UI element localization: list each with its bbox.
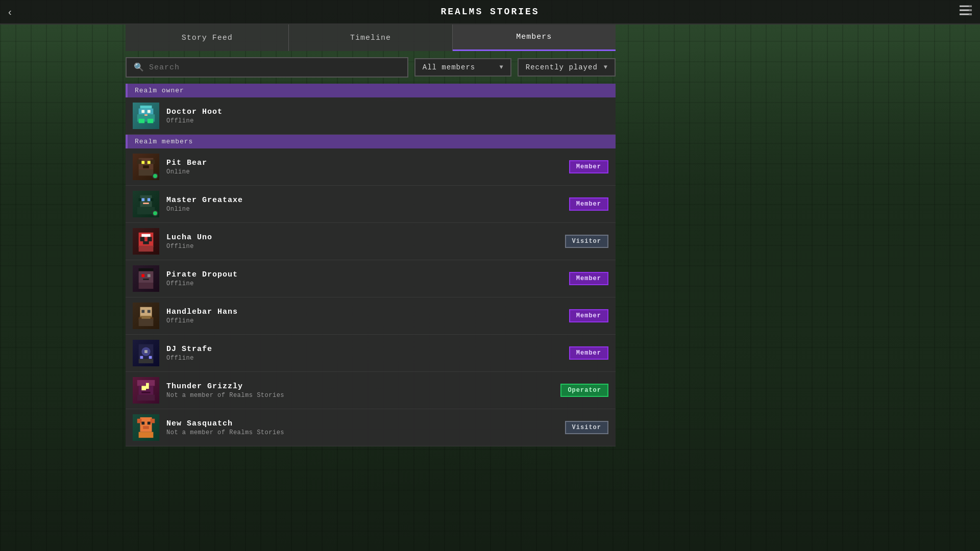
recently-played-dropdown[interactable]: Recently played ▼ [518,58,616,77]
member-row[interactable]: Pirate Dropout Offline Member [126,260,616,297]
svg-rect-61 [151,419,155,423]
svg-rect-42 [148,310,151,313]
search-input[interactable] [149,63,400,72]
svg-rect-62 [141,422,144,425]
svg-rect-63 [148,422,151,425]
member-badge: Member [569,272,608,285]
svg-rect-32 [143,241,149,244]
svg-rect-64 [143,426,149,429]
tabs-bar: Story Feed Timeline Members [126,24,616,51]
member-status: Not a member of Realms Stories [166,429,558,436]
member-info: Lucha Uno Offline [166,233,558,250]
svg-rect-33 [139,246,154,252]
member-row[interactable]: DJ Strafe Offline Member [126,335,616,372]
all-members-arrow-icon: ▼ [500,64,503,71]
avatar [133,265,159,292]
svg-rect-29 [141,234,150,237]
member-name: Doctor Hoot [166,108,608,116]
member-row[interactable]: New Sasquatch Not a member of Realms Sto… [126,409,616,446]
svg-rect-52 [139,359,154,364]
svg-rect-38 [143,279,149,280]
member-badge: Member [569,197,608,211]
member-name: DJ Strafe [166,345,562,354]
svg-rect-36 [141,274,144,277]
member-info: New Sasquatch Not a member of Realms Sto… [166,419,558,436]
member-row[interactable]: Pit Bear Online Member [126,148,616,186]
member-info: Doctor Hoot Offline [166,108,608,124]
member-status: Offline [166,280,562,287]
member-badge: Visitor [565,421,608,434]
svg-rect-30 [140,237,145,241]
member-name: New Sasquatch [166,419,558,428]
avatar [133,228,159,255]
avatar [133,191,159,217]
online-indicator [152,210,158,216]
member-status: Online [166,168,562,176]
svg-rect-20 [139,170,154,176]
member-row[interactable]: Lucha Uno Offline Visitor [126,223,616,260]
svg-rect-65 [139,432,154,438]
member-list: Realm owner [126,84,616,446]
all-members-dropdown[interactable]: All members ▼ [414,58,511,77]
member-info: Handlebar Hans Offline [166,308,562,324]
menu-button[interactable] [960,6,972,18]
svg-rect-19 [143,165,149,168]
tab-timeline[interactable]: Timeline [289,24,452,51]
member-row[interactable]: Handlebar Hans Offline Member [126,297,616,335]
member-row[interactable]: Doctor Hoot Offline [126,97,616,135]
svg-rect-10 [148,110,151,113]
member-row[interactable]: Master Greataxe Online Member [126,186,616,223]
svg-rect-3 [969,6,972,7]
online-indicator [152,173,158,179]
member-status: Not a member of Realms Stories [166,392,553,399]
avatar [133,154,159,180]
doctor-hoot-avatar [133,103,159,129]
svg-rect-60 [137,419,142,423]
member-name: Handlebar Hans [166,308,562,316]
member-name: Pirate Dropout [166,270,562,279]
member-info: DJ Strafe Offline [166,345,562,362]
avatar [133,303,159,329]
svg-rect-56 [146,383,149,389]
svg-rect-31 [148,237,152,241]
realm-owner-header: Realm owner [126,84,616,97]
member-row[interactable]: Thunder Grizzly Not a member of Realms S… [126,372,616,409]
svg-rect-58 [137,395,155,401]
svg-rect-50 [140,356,143,359]
svg-rect-37 [148,274,151,277]
member-name: Pit Bear [166,159,562,167]
svg-rect-12 [139,119,145,123]
member-badge: Member [569,346,608,360]
member-badge: Member [569,160,608,173]
svg-rect-46 [139,319,154,326]
svg-rect-24 [148,198,151,202]
svg-rect-35 [139,271,154,283]
member-badge: Visitor [565,235,608,248]
svg-rect-26 [143,203,149,204]
recently-played-label: Recently played [526,63,598,71]
realm-members-header: Realm members [126,135,616,148]
back-button[interactable]: ‹ [8,6,12,18]
svg-rect-11 [144,114,148,116]
member-info: Pirate Dropout Offline [166,270,562,287]
page-title: REALMS STORIES [440,7,539,17]
svg-rect-4 [969,10,972,11]
svg-rect-9 [141,110,144,113]
controls-row: 🔍 All members ▼ Recently played ▼ [126,51,616,84]
svg-rect-41 [141,310,144,313]
member-badge: Operator [560,384,608,397]
member-status: Offline [166,317,562,324]
svg-rect-18 [148,161,151,164]
svg-rect-22 [139,198,142,202]
member-name: Thunder Grizzly [166,382,553,391]
tab-members[interactable]: Members [453,24,616,51]
member-info: Pit Bear Online [166,159,562,176]
tab-story-feed[interactable]: Story Feed [126,24,289,51]
member-badge: Member [569,309,608,322]
svg-rect-39 [139,283,154,289]
member-name: Lucha Uno [166,233,558,242]
svg-rect-15 [137,160,142,164]
recently-played-arrow-icon: ▼ [604,64,607,71]
member-info: Thunder Grizzly Not a member of Realms S… [166,382,553,399]
svg-rect-57 [141,392,150,393]
